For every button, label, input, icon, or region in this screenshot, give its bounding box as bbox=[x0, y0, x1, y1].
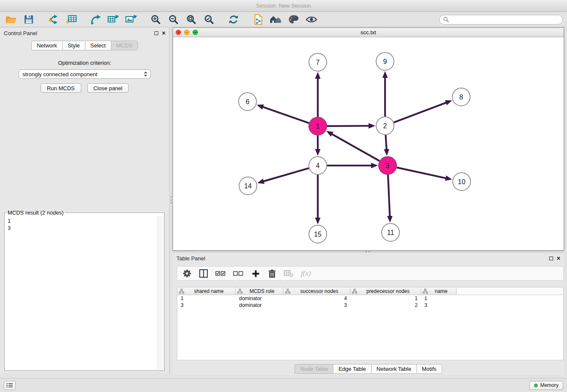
tab-network[interactable]: Network bbox=[31, 41, 62, 50]
close-window-button[interactable]: × bbox=[176, 30, 181, 35]
refresh-view-button[interactable] bbox=[227, 13, 240, 26]
first-neighbors-button[interactable] bbox=[251, 13, 265, 26]
titlebar[interactable]: Session: New Session bbox=[0, 0, 567, 12]
tab-motifs[interactable]: Motifs bbox=[416, 364, 442, 374]
table-float-icon[interactable] bbox=[549, 257, 553, 260]
deselect-all-button[interactable] bbox=[233, 268, 244, 279]
memory-button[interactable]: Memory bbox=[529, 381, 563, 390]
gear-icon bbox=[182, 269, 192, 278]
save-session-button[interactable] bbox=[22, 13, 36, 26]
homes-icon bbox=[270, 15, 282, 24]
control-panel: Control Panel × NetworkStyleSelectMCDS O… bbox=[0, 27, 170, 373]
criterion-dropdown[interactable]: strongly connected component bbox=[19, 69, 151, 79]
table-cell[interactable]: 1 bbox=[421, 295, 457, 302]
tab-style[interactable]: Style bbox=[62, 41, 85, 50]
delete-column-button[interactable] bbox=[267, 268, 277, 279]
tab-mcds[interactable]: MCDS bbox=[111, 41, 138, 50]
column-header-mcds-role[interactable]: MCDS role bbox=[236, 287, 284, 295]
task-list-icon bbox=[6, 383, 13, 388]
column-header-name[interactable]: name bbox=[421, 287, 457, 295]
export-table-button[interactable] bbox=[107, 13, 120, 26]
edge-4-14[interactable] bbox=[263, 168, 308, 181]
export-network-icon bbox=[91, 14, 101, 25]
table-close-icon[interactable]: × bbox=[557, 255, 560, 261]
export-image-button[interactable] bbox=[124, 13, 138, 26]
attribute-icon bbox=[423, 289, 428, 294]
export-table-icon bbox=[107, 14, 119, 25]
tab-select[interactable]: Select bbox=[85, 41, 111, 50]
optimization-criterion-label: Optimization criterion: bbox=[0, 60, 169, 66]
delete-table-button[interactable] bbox=[284, 268, 294, 279]
edge-3-11[interactable] bbox=[388, 175, 390, 216]
column-header-successor-nodes[interactable]: successor nodes bbox=[284, 287, 350, 295]
network-overview-button[interactable] bbox=[269, 13, 283, 26]
table-row[interactable]: 1dominator411 bbox=[177, 295, 563, 302]
node-label-7: 7 bbox=[316, 59, 320, 66]
node-label-8: 8 bbox=[460, 94, 463, 101]
task-history-button[interactable] bbox=[4, 381, 16, 390]
tab-edge-table[interactable]: Edge Table bbox=[333, 364, 371, 374]
table-cell[interactable]: 2 bbox=[350, 302, 421, 309]
table-cell[interactable]: 3 bbox=[284, 302, 350, 309]
import-network-icon bbox=[48, 14, 59, 25]
column-header-predecessor-nodes[interactable]: predecessor nodes bbox=[350, 287, 421, 295]
tab-node-table[interactable]: Node Table bbox=[295, 364, 333, 374]
table-cell[interactable]: dominator bbox=[236, 295, 284, 302]
close-mcds-panel-button[interactable]: Close panel bbox=[87, 83, 129, 93]
zoom-out-icon bbox=[168, 14, 179, 25]
run-mcds-button[interactable]: Run MCDS bbox=[41, 83, 81, 93]
import-table-button[interactable] bbox=[64, 13, 78, 26]
edge-2-8[interactable] bbox=[394, 102, 446, 122]
open-session-button[interactable] bbox=[4, 13, 18, 26]
palette-icon bbox=[288, 14, 299, 25]
show-hide-button[interactable] bbox=[305, 13, 318, 26]
attribute-icon bbox=[285, 289, 290, 294]
trash-icon bbox=[268, 269, 276, 278]
maximize-window-button[interactable]: + bbox=[193, 30, 198, 35]
zoom-in-button[interactable] bbox=[149, 13, 162, 26]
mcds-result-list: 13 bbox=[5, 216, 157, 370]
edge-1-2[interactable] bbox=[327, 126, 369, 126]
table-cell[interactable]: dominator bbox=[236, 302, 284, 309]
network-graph[interactable]: 7968124314101511 bbox=[173, 37, 564, 250]
search-input[interactable] bbox=[451, 17, 559, 23]
result-scrollbar[interactable] bbox=[157, 216, 164, 370]
add-column-button[interactable] bbox=[251, 268, 260, 279]
zoom-selected-button[interactable] bbox=[202, 13, 216, 26]
result-item[interactable]: 1 bbox=[8, 217, 154, 224]
node-label-4: 4 bbox=[316, 162, 320, 169]
apply-style-button[interactable] bbox=[287, 13, 300, 26]
tab-network-table[interactable]: Network Table bbox=[371, 364, 416, 374]
table-panel: Table Panel × bbox=[173, 252, 564, 375]
table-cell[interactable]: 1 bbox=[350, 295, 421, 302]
table-panel-tabs: Node TableEdge TableNetwork TableMotifs bbox=[173, 364, 564, 374]
edge-2-3[interactable] bbox=[385, 135, 386, 149]
table-row[interactable]: 3dominator323 bbox=[177, 302, 563, 309]
zoom-out-button[interactable] bbox=[167, 13, 180, 26]
edge-3-10[interactable] bbox=[396, 168, 446, 178]
table-cell[interactable]: 4 bbox=[284, 295, 350, 302]
network-window-titlebar[interactable]: scc.txt × − + bbox=[173, 28, 564, 37]
zoom-fit-button[interactable] bbox=[184, 13, 198, 26]
network-view-window: scc.txt × − + 7968124314101511 bbox=[173, 28, 564, 251]
show-columns-button[interactable] bbox=[199, 268, 208, 279]
table-settings-button[interactable] bbox=[182, 268, 192, 279]
close-panel-icon[interactable]: × bbox=[162, 30, 165, 36]
column-header-shared-name[interactable]: shared name bbox=[177, 287, 236, 295]
table-cell[interactable]: 3 bbox=[421, 302, 457, 309]
vertical-splitter[interactable] bbox=[170, 27, 173, 373]
table-cell[interactable]: 3 bbox=[177, 302, 236, 309]
edge-1-6[interactable] bbox=[263, 107, 309, 123]
table-header-filler bbox=[457, 287, 563, 295]
select-all-button[interactable] bbox=[215, 268, 226, 279]
import-network-button[interactable] bbox=[47, 13, 60, 26]
search-box[interactable] bbox=[439, 15, 563, 25]
float-panel-icon[interactable] bbox=[154, 31, 158, 35]
minimize-window-button[interactable]: − bbox=[184, 30, 190, 35]
status-bar: Memory bbox=[0, 378, 567, 392]
function-builder-button[interactable]: f(x) bbox=[301, 269, 311, 278]
result-item[interactable]: 3 bbox=[8, 224, 154, 232]
edge-3-1[interactable] bbox=[332, 134, 380, 161]
table-cell[interactable]: 1 bbox=[177, 295, 236, 302]
export-network-button[interactable] bbox=[89, 13, 102, 26]
